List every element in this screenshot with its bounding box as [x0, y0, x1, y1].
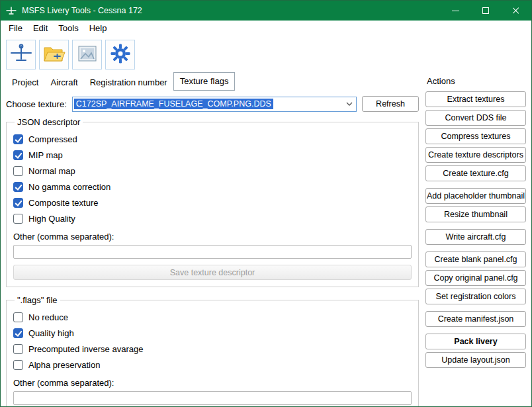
menu-bar: File Edit Tools Help	[1, 21, 531, 36]
json-descriptor-title: JSON descriptor	[15, 117, 83, 127]
checkbox-label: Composite texture	[28, 198, 99, 208]
json-descriptor-other-input[interactable]	[13, 245, 412, 259]
checkbox-box	[13, 344, 23, 354]
checkbox-box	[13, 328, 23, 338]
choose-texture-row: Choose texture: C172SP_AIRFRAME_FUSELAGE…	[5, 91, 420, 114]
actions-group-panel: Create blank panel.cfg Copy original pan…	[425, 251, 526, 304]
checkbox-box	[13, 198, 23, 208]
create-manifest-json-button[interactable]: Create manifest.json	[425, 311, 526, 327]
checkbox-label: Quality high	[28, 328, 74, 338]
toolbar-new-project-button[interactable]	[6, 40, 36, 69]
toolbar-open-project-button[interactable]	[39, 40, 69, 69]
checkbox-no-gamma-correction[interactable]: No gamma correction	[13, 182, 412, 192]
menu-file[interactable]: File	[3, 21, 28, 35]
actions-group-thumbnail: Add placeholder thumbnail Resize thumbna…	[425, 188, 526, 222]
json-descriptor-group: JSON descriptor Compressed MIP map Norma…	[6, 117, 419, 287]
actions-group-textures: Extract textures Convert DDS file Compre…	[425, 91, 526, 181]
checkbox-quality-high[interactable]: Quality high	[13, 328, 412, 338]
flags-file-title: ".flags" file	[15, 295, 60, 305]
other-label: Other (comma separated):	[13, 232, 412, 242]
menu-tools[interactable]: Tools	[53, 21, 83, 35]
resize-thumbnail-button[interactable]: Resize thumbnail	[425, 206, 526, 222]
toolbar-texture-button[interactable]	[72, 40, 102, 69]
checkbox-label: No gamma correction	[28, 182, 111, 192]
checkbox-box	[13, 166, 23, 176]
menu-help[interactable]: Help	[84, 21, 112, 35]
toolbar	[1, 36, 531, 71]
close-button[interactable]	[501, 1, 531, 21]
checkbox-high-quality[interactable]: High Quality	[13, 214, 412, 224]
tab-project[interactable]: Project	[6, 75, 44, 91]
checkbox-label: MIP map	[28, 150, 63, 160]
checkbox-label: Precomputed inverse avarage	[28, 344, 143, 354]
checkbox-box	[13, 312, 23, 322]
gear-icon	[109, 42, 132, 68]
tab-bar: Project Aircraft Registration number Tex…	[5, 71, 420, 91]
menu-edit[interactable]: Edit	[28, 21, 53, 35]
main-area: Project Aircraft Registration number Tex…	[1, 71, 531, 407]
actions-title: Actions	[427, 76, 526, 86]
choose-texture-label: Choose texture:	[6, 99, 67, 109]
flags-file-group: ".flags" file No reduce Quality high Pre…	[6, 295, 419, 407]
other-label: Other (comma separated):	[13, 378, 412, 388]
checkbox-mip-map[interactable]: MIP map	[13, 150, 412, 160]
tab-texture-flags[interactable]: Texture flags	[173, 72, 236, 91]
flags-file-other-input[interactable]	[13, 391, 412, 405]
checkbox-label: Alpha preservation	[28, 360, 100, 370]
window-controls	[440, 1, 531, 21]
texture-image-icon	[75, 42, 99, 68]
actions-group-manifest: Create manifest.json	[425, 311, 526, 327]
minimize-icon	[452, 11, 459, 11]
extract-textures-button[interactable]: Extract textures	[425, 91, 526, 107]
checkbox-label: Normal map	[28, 166, 75, 176]
write-aircraft-cfg-button[interactable]: Write aircraft.cfg	[425, 229, 526, 245]
copy-original-panel-cfg-button[interactable]: Copy original panel.cfg	[425, 270, 526, 286]
checkbox-precomputed-inverse-average[interactable]: Precomputed inverse avarage	[13, 344, 412, 354]
open-folder-icon	[42, 42, 66, 68]
convert-dds-file-button[interactable]: Convert DDS file	[425, 110, 526, 126]
texture-combobox-value: C172SP_AIRFRAME_FUSELAGE_COMP.PNG.DDS	[74, 99, 273, 109]
checkbox-box	[13, 360, 23, 370]
create-texture-cfg-button[interactable]: Create texture.cfg	[425, 165, 526, 181]
left-panel: Project Aircraft Registration number Tex…	[5, 71, 420, 407]
tab-aircraft[interactable]: Aircraft	[44, 75, 83, 91]
app-airplane-icon	[6, 5, 17, 16]
save-texture-descriptor-button[interactable]: Save texture descriptor	[13, 265, 412, 280]
close-icon	[512, 7, 520, 15]
toolbar-settings-button[interactable]	[105, 40, 135, 69]
update-layout-json-button[interactable]: Update layout.json	[425, 352, 526, 368]
checkbox-label: High Quality	[28, 214, 75, 224]
minimize-button[interactable]	[440, 1, 470, 21]
maximize-icon	[482, 7, 489, 14]
actions-panel: Actions Extract textures Convert DDS fil…	[420, 71, 527, 407]
maximize-button[interactable]	[470, 1, 501, 21]
chevron-down-icon	[346, 102, 353, 106]
tab-registration-number[interactable]: Registration number	[84, 75, 173, 91]
checkbox-alpha-preservation[interactable]: Alpha preservation	[13, 360, 412, 370]
checkbox-label: No reduce	[28, 312, 68, 322]
checkbox-box	[13, 150, 23, 160]
pack-livery-button[interactable]: Pack livery	[425, 334, 526, 349]
texture-combobox[interactable]: C172SP_AIRFRAME_FUSELAGE_COMP.PNG.DDS	[72, 97, 357, 112]
airplane-icon	[9, 42, 33, 68]
actions-group-pack: Pack livery Update layout.json	[425, 334, 526, 368]
set-registration-colors-button[interactable]: Set registration colors	[425, 289, 526, 304]
checkbox-normal-map[interactable]: Normal map	[13, 166, 412, 176]
compress-textures-button[interactable]: Compress textures	[425, 128, 526, 144]
title-bar: MSFS Livery Tools - Cessna 172	[1, 1, 531, 21]
actions-group-aircraft: Write aircraft.cfg	[425, 229, 526, 245]
checkbox-box	[13, 182, 23, 192]
checkbox-box	[13, 214, 23, 224]
create-blank-panel-cfg-button[interactable]: Create blank panel.cfg	[425, 251, 526, 267]
checkbox-box	[13, 134, 23, 144]
create-texture-descriptors-button[interactable]: Create texture descriptors	[425, 147, 526, 163]
window-title: MSFS Livery Tools - Cessna 172	[22, 6, 142, 15]
checkbox-no-reduce[interactable]: No reduce	[13, 312, 412, 322]
refresh-button[interactable]: Refresh	[362, 96, 419, 112]
checkbox-composite-texture[interactable]: Composite texture	[13, 198, 412, 208]
checkbox-compressed[interactable]: Compressed	[13, 134, 412, 144]
add-placeholder-thumbnail-button[interactable]: Add placeholder thumbnail	[425, 188, 526, 204]
checkbox-label: Compressed	[28, 134, 77, 144]
